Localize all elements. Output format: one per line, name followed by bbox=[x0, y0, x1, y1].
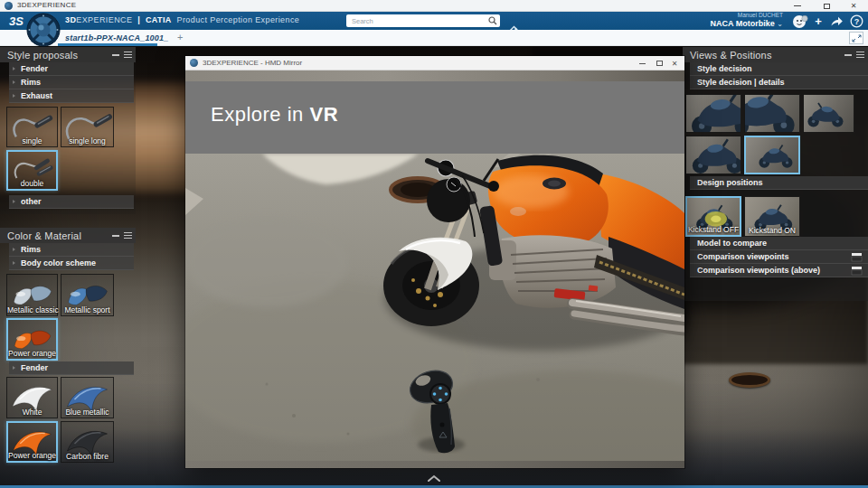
viewpoint-stack-icon[interactable] bbox=[851, 251, 863, 263]
panel-color-material: Color & Material Rims Body color scheme bbox=[0, 228, 136, 273]
viewpoint-thumb-1[interactable] bbox=[685, 94, 741, 133]
thumb-label: Power orange bbox=[8, 349, 56, 358]
dassault-3ds-logo[interactable]: 3S bbox=[7, 14, 27, 33]
views-positions-header[interactable]: Views & Positions bbox=[683, 47, 868, 62]
hmd-close-button[interactable]: ✕ bbox=[666, 56, 683, 70]
fullscreen-toggle-button[interactable] bbox=[849, 32, 863, 44]
thumb-label: White bbox=[7, 408, 57, 417]
section-exhaust[interactable]: Exhaust bbox=[9, 89, 134, 103]
row-comparison-viewpoints[interactable]: Comparison viewpoints bbox=[690, 250, 868, 264]
search-box[interactable] bbox=[346, 14, 500, 27]
new-tab-button[interactable]: + bbox=[177, 32, 183, 42]
add-content-button[interactable]: + bbox=[810, 14, 826, 29]
color-material-header[interactable]: Color & Material bbox=[0, 228, 136, 243]
app-subtitle: Product Perception Experience bbox=[177, 15, 300, 24]
app-brand: 3DEXPERIENCE | CATIA Product Perception … bbox=[65, 15, 299, 24]
bottom-dock-expand-chevron-icon[interactable] bbox=[425, 474, 443, 483]
hmd-view-strip-top bbox=[185, 70, 684, 81]
section-fender[interactable]: Fender bbox=[9, 62, 134, 76]
row-style-decision-details[interactable]: Style decision | details bbox=[690, 76, 868, 89]
style-proposals-header[interactable]: Style proposals bbox=[0, 47, 136, 62]
banner-highlight: VR bbox=[309, 103, 338, 126]
row-comparison-viewpoints-above[interactable]: Comparison viewpoints (above) bbox=[690, 264, 868, 277]
hmd-view-strip-bottom bbox=[185, 461, 684, 468]
body-color-metallic-sport[interactable]: Metallic sport bbox=[61, 274, 114, 316]
fender-option-power-orange[interactable]: Power orange bbox=[6, 421, 58, 463]
banner-prefix: Explore in bbox=[211, 103, 304, 126]
tab-active-underline bbox=[58, 43, 157, 46]
thumb-label: Metallic sport bbox=[61, 305, 113, 314]
row-style-decision[interactable]: Style decision bbox=[690, 62, 868, 76]
exhaust-option-single[interactable]: single bbox=[6, 107, 58, 147]
search-input[interactable] bbox=[350, 14, 484, 27]
viewpoint-thumb-3[interactable] bbox=[803, 94, 854, 133]
brand-catia: CATIA bbox=[146, 15, 172, 24]
help-button[interactable]: ? bbox=[848, 14, 864, 29]
hmd-maximize-button[interactable] bbox=[651, 56, 667, 70]
viewpoint-thumb-4[interactable] bbox=[685, 136, 741, 174]
window-maximize-button[interactable] bbox=[814, 0, 839, 12]
user-block[interactable]: Manuel DUCHET NACA Motorbike ⌄ bbox=[711, 13, 783, 28]
vr-banner: Explore in VR bbox=[185, 81, 684, 154]
share-icon[interactable] bbox=[828, 14, 844, 29]
fender-option-white[interactable]: White bbox=[6, 377, 58, 418]
section-other[interactable]: other bbox=[9, 195, 134, 209]
position-kickstand-on[interactable]: Kickstand ON bbox=[744, 196, 800, 237]
exhaust-option-double[interactable]: double bbox=[6, 150, 58, 191]
thumb-label: Kickstand ON bbox=[745, 226, 799, 235]
position-kickstand-off[interactable]: Kickstand OFF bbox=[685, 196, 741, 237]
panel-minimize-icon[interactable] bbox=[112, 54, 119, 56]
search-icon[interactable] bbox=[488, 16, 497, 25]
svg-text:?: ? bbox=[854, 17, 859, 26]
section-body-color-scheme[interactable]: Body color scheme bbox=[9, 257, 134, 270]
svg-text:3S: 3S bbox=[9, 14, 24, 28]
app-header-bar: 3DEXPERIENCE | CATIA Product Perception … bbox=[0, 12, 868, 30]
style-proposals-title: Style proposals bbox=[7, 50, 78, 61]
viewpoint-thumb-5[interactable] bbox=[744, 136, 800, 174]
panel-minimize-icon[interactable] bbox=[112, 235, 119, 237]
viewpoint-stack-icon[interactable] bbox=[851, 265, 863, 277]
app-icon bbox=[5, 2, 13, 10]
panel-menu-icon[interactable] bbox=[856, 52, 864, 59]
section-rims[interactable]: Rims bbox=[9, 76, 134, 89]
hmd-minimize-button[interactable] bbox=[634, 56, 650, 70]
fender-option-carbon-fibre[interactable]: Carbon fibre bbox=[61, 421, 114, 463]
hmd-mirror-window: 3DEXPERIENCE - HMD Mirror ✕ Explore in V… bbox=[185, 56, 684, 468]
viewpoint-thumb-2[interactable] bbox=[744, 94, 800, 133]
row-design-positions[interactable]: Design positions bbox=[690, 176, 868, 190]
body-color-metallic-classic[interactable]: Metallic classic bbox=[6, 274, 58, 316]
thumb-label: single bbox=[7, 136, 57, 145]
brand-separator: | bbox=[137, 15, 140, 24]
vr-mirror-view[interactable] bbox=[185, 154, 684, 461]
chevron-down-icon[interactable]: ⌄ bbox=[777, 20, 783, 28]
brand-experience: EXPERIENCE bbox=[76, 15, 132, 24]
3d-compass[interactable] bbox=[26, 13, 61, 51]
window-title: 3DEXPERIENCE bbox=[17, 1, 76, 9]
window-minimize-button[interactable] bbox=[785, 0, 810, 12]
thumb-label: Carbon fibre bbox=[61, 452, 113, 461]
vr-scene-art bbox=[185, 154, 684, 461]
hmd-window-title: 3DEXPERIENCE - HMD Mirror bbox=[203, 59, 302, 67]
panel-minimize-icon[interactable] bbox=[844, 54, 852, 56]
fender-option-blue-metallic[interactable]: Blue metallic bbox=[61, 377, 114, 418]
section-cm-rims[interactable]: Rims bbox=[9, 243, 134, 257]
hmd-titlebar[interactable]: 3DEXPERIENCE - HMD Mirror ✕ bbox=[185, 56, 684, 70]
body-color-power-orange[interactable]: Power orange bbox=[6, 318, 58, 361]
panel-menu-icon[interactable] bbox=[124, 52, 132, 59]
window-close-button[interactable]: ✕ bbox=[841, 0, 866, 12]
thumb-label: Kickstand OFF bbox=[687, 225, 740, 234]
os-titlebar[interactable]: 3DEXPERIENCE ✕ bbox=[0, 0, 868, 12]
avatar[interactable] bbox=[792, 14, 808, 29]
thumb-label: Metallic classic bbox=[7, 305, 57, 314]
row-model-to-compare[interactable]: Model to compare bbox=[690, 237, 868, 250]
thumb-label: single long bbox=[61, 136, 113, 145]
vr-banner-text: Explore in VR bbox=[211, 103, 338, 127]
hmd-window-icon bbox=[190, 59, 198, 67]
tab-label: start1b-PPX-NACA_1001_ bbox=[65, 33, 168, 42]
thumb-label: Power orange bbox=[8, 451, 56, 460]
brand-3d: 3D bbox=[65, 15, 76, 24]
section-cm-fender[interactable]: Fender bbox=[9, 361, 134, 375]
exhaust-option-single-long[interactable]: single long bbox=[61, 107, 114, 147]
thumb-label: double bbox=[8, 179, 56, 188]
panel-menu-icon[interactable] bbox=[124, 232, 132, 239]
